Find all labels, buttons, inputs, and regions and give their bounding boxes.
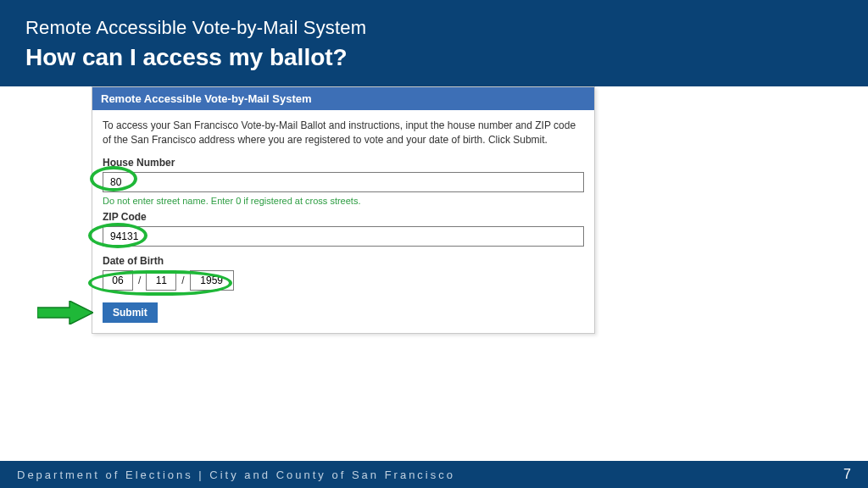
- house-number-label: House Number: [103, 157, 584, 169]
- footer-org-text: Department of Elections | City and Count…: [17, 469, 455, 481]
- page-number: 7: [843, 467, 851, 482]
- form-card-body: To access your San Francisco Vote-by-Mai…: [92, 110, 594, 333]
- house-number-input[interactable]: [103, 172, 584, 192]
- slide-header: Remote Accessible Vote-by-Mail System Ho…: [0, 0, 868, 86]
- zip-code-label: ZIP Code: [103, 211, 584, 223]
- dob-day-input[interactable]: [146, 270, 176, 291]
- dob-separator-1: /: [138, 274, 141, 286]
- form-card-title: Remote Accessible Vote-by-Mail System: [92, 87, 594, 110]
- slide-body: Remote Accessible Vote-by-Mail System To…: [0, 86, 868, 446]
- dob-year-input[interactable]: [190, 270, 234, 291]
- ballot-form-card: Remote Accessible Vote-by-Mail System To…: [92, 86, 595, 334]
- house-number-hint: Do not enter street name. Enter 0 if reg…: [103, 196, 584, 206]
- svg-marker-0: [37, 301, 93, 324]
- dob-month-input[interactable]: [103, 270, 133, 291]
- header-eyebrow: Remote Accessible Vote-by-Mail System: [25, 17, 843, 39]
- zip-code-input[interactable]: [103, 226, 584, 247]
- slide-footer: Department of Elections | City and Count…: [0, 461, 868, 488]
- header-title: How can I access my ballot?: [25, 44, 843, 71]
- form-intro-text: To access your San Francisco Vote-by-Mai…: [103, 119, 584, 148]
- arrow-icon: [37, 301, 93, 324]
- submit-button[interactable]: Submit: [103, 302, 158, 323]
- dob-field-group: / /: [103, 270, 584, 291]
- dob-separator-2: /: [181, 274, 184, 286]
- dob-label: Date of Birth: [103, 255, 584, 267]
